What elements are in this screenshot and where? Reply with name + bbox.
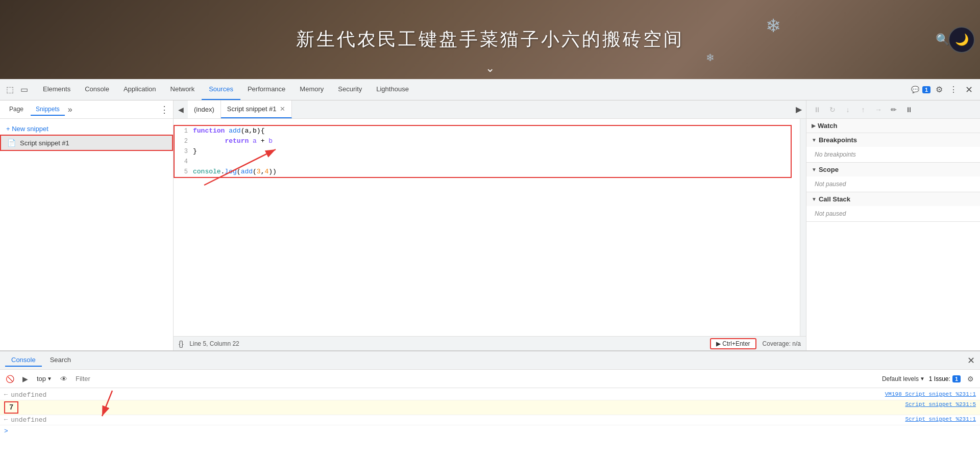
tab-application[interactable]: Application xyxy=(116,79,163,100)
code-line-2: 2 return a + b xyxy=(175,136,791,146)
line-code-1: function add(a,b){ xyxy=(193,126,791,136)
cursor-position: Line 5, Column 22 xyxy=(189,340,239,347)
settings-icon[interactable]: ⚙ xyxy=(934,84,945,95)
context-selector[interactable]: top ▼ xyxy=(35,374,54,384)
console-area: Console Search ✕ 🚫 ▶ top ▼ 👁 Default lev… xyxy=(0,350,980,460)
tab-console-bottom[interactable]: Console xyxy=(5,354,42,367)
snowflake-icon-small: ❄ xyxy=(706,52,715,64)
watch-header[interactable]: ▶ Watch xyxy=(806,119,980,133)
line-code-2: return a + b xyxy=(193,136,791,146)
line-number-2: 2 xyxy=(175,136,193,146)
tab-lighthouse[interactable]: Lighthouse xyxy=(369,79,416,100)
levels-dropdown-icon: ▼ xyxy=(920,376,925,381)
snippet-item-1[interactable]: 📄 Script snippet #1 xyxy=(0,135,173,151)
tab-close-icon[interactable]: ✕ xyxy=(280,105,285,113)
console-link-2[interactable]: Script snippet %231:5 xyxy=(905,401,976,407)
step-button[interactable]: → xyxy=(873,104,884,115)
inspect-icon[interactable]: ⬚ xyxy=(4,84,15,95)
issues-button[interactable]: 1 Issue: 1 xyxy=(929,375,961,382)
callstack-header[interactable]: ▼ Call Stack xyxy=(806,192,980,206)
sidebar-more-icon[interactable]: » xyxy=(68,105,72,114)
code-content[interactable]: 1 function add(a,b){ 2 return a + b 3 } xyxy=(174,119,800,336)
editor-scrollbar[interactable] xyxy=(800,119,806,336)
deactivate-breakpoints-button[interactable]: ✏ xyxy=(888,104,899,115)
pause-on-exceptions-button[interactable]: ⏸ xyxy=(903,104,915,115)
blog-title: 新生代农民工键盘手菜猫子小六的搬砖空间 xyxy=(296,27,684,52)
line-number-3: 3 xyxy=(175,146,193,157)
console-links-2: Script snippet %231:5 xyxy=(905,401,976,407)
scope-body: Not paused xyxy=(806,176,980,192)
run-button[interactable]: ▶ Ctrl+Enter xyxy=(710,338,756,349)
moon-button[interactable]: 🌙 xyxy=(948,27,975,53)
breakpoints-triangle-icon: ▼ xyxy=(812,137,817,143)
tab-network[interactable]: Network xyxy=(163,79,202,100)
tab-performance[interactable]: Performance xyxy=(240,79,292,100)
tab-memory[interactable]: Memory xyxy=(292,79,331,100)
clear-console-button[interactable]: 🚫 xyxy=(4,373,15,385)
devtools-left-icons: ⬚ ▭ xyxy=(4,84,30,95)
console-toolbar: 🚫 ▶ top ▼ 👁 Default levels ▼ 1 Issue: 1 … xyxy=(0,370,980,388)
execute-snippet-button[interactable]: ▶ xyxy=(19,373,31,385)
tab-search[interactable]: Search xyxy=(44,354,77,367)
code-line-3: 3 } xyxy=(175,146,791,157)
tab-page[interactable]: Page xyxy=(4,104,29,116)
eye-icon[interactable]: 👁 xyxy=(58,373,69,385)
more-options-icon[interactable]: ⋮ xyxy=(948,84,959,95)
code-line-4: 4 xyxy=(175,157,791,167)
blog-header: 新生代农民工键盘手菜猫子小六的搬砖空间 🔍 🌙 ❄ ❄ ⌄ xyxy=(0,0,980,79)
code-line-5: 5 console.log(add(3,4)) xyxy=(175,167,791,177)
tab-sources[interactable]: Sources xyxy=(202,79,240,100)
resume-button[interactable]: ⏸ xyxy=(812,104,823,115)
editor-tab-index[interactable]: (index) xyxy=(188,100,221,118)
breakpoints-header[interactable]: ▼ Breakpoints xyxy=(806,133,980,147)
callstack-section: ▼ Call Stack Not paused xyxy=(806,192,980,222)
editor-tab-snippet-label: Script snippet #1 xyxy=(227,105,277,113)
console-link-3[interactable]: Script snippet %231:1 xyxy=(905,416,976,422)
console-settings-icon[interactable]: ⚙ xyxy=(965,373,976,385)
console-output: ← undefined VM198 Script snippet %231:1 … xyxy=(0,388,980,460)
step-out-button[interactable]: ↑ xyxy=(857,104,869,115)
line-number-1: 1 xyxy=(175,126,193,136)
close-console-button[interactable]: ✕ xyxy=(967,355,975,366)
tab-elements[interactable]: Elements xyxy=(36,79,78,100)
step-into-button[interactable]: ↓ xyxy=(842,104,853,115)
breakpoints-section: ▼ Breakpoints No breakpoints xyxy=(806,133,980,163)
scope-header[interactable]: ▼ Scope xyxy=(806,163,980,176)
close-devtools-button[interactable]: ✕ xyxy=(962,84,976,95)
filter-input[interactable] xyxy=(74,374,878,384)
log-levels-selector[interactable]: Default levels ▼ xyxy=(882,375,925,382)
output-arrow-icon-2: ← xyxy=(4,416,8,423)
search-icon[interactable]: 🔍 xyxy=(936,33,949,46)
callstack-triangle-icon: ▼ xyxy=(812,196,817,202)
console-output-undefined-2: ← undefined Script snippet %231:1 xyxy=(0,415,980,425)
output-undefined-1: undefined xyxy=(11,391,46,399)
step-over-button[interactable]: ↻ xyxy=(827,104,838,115)
console-prompt[interactable]: > xyxy=(0,425,980,437)
prompt-symbol: > xyxy=(4,427,8,435)
tab-security[interactable]: Security xyxy=(331,79,369,100)
output-arrow-icon: ← xyxy=(4,391,8,398)
context-dropdown-icon: ▼ xyxy=(47,376,52,381)
devtools-tabs: Elements Console Application Network Sou… xyxy=(36,79,910,100)
format-icon[interactable]: {} xyxy=(179,340,183,348)
devtools-tabbar: ⬚ ▭ Elements Console Application Network… xyxy=(0,79,980,100)
console-tabs: Console Search xyxy=(5,354,77,367)
tab-snippets[interactable]: Snippets xyxy=(31,104,65,116)
code-snippet-box: 1 function add(a,b){ 2 return a + b 3 } xyxy=(174,125,792,178)
code-editor: 1 function add(a,b){ 2 return a + b 3 } xyxy=(174,119,806,336)
expand-icon[interactable]: ▶ xyxy=(792,100,806,118)
editor-tab-index-label: (index) xyxy=(194,106,214,113)
editor-area: ◀ (index) Script snippet #1 ✕ ▶ 1 xyxy=(174,100,806,350)
tab-console[interactable]: Console xyxy=(78,79,116,100)
new-snippet-button[interactable]: + New snippet xyxy=(0,123,173,135)
console-links-3: Script snippet %231:1 xyxy=(905,416,976,422)
sidebar-kebab-icon[interactable]: ⋮ xyxy=(160,104,169,115)
snippet-name: Script snippet #1 xyxy=(20,139,69,147)
context-label: top xyxy=(37,375,46,382)
device-icon[interactable]: ▭ xyxy=(18,84,30,95)
callstack-label: Call Stack xyxy=(819,195,850,203)
console-link-1[interactable]: VM198 Script snippet %231:1 xyxy=(885,391,976,397)
debug-sections: ▶ Watch ▼ Breakpoints No breakpoints ▼ xyxy=(806,119,980,350)
editor-tab-snippet[interactable]: Script snippet #1 ✕ xyxy=(221,100,292,118)
collapse-icon[interactable]: ◀ xyxy=(174,100,188,118)
